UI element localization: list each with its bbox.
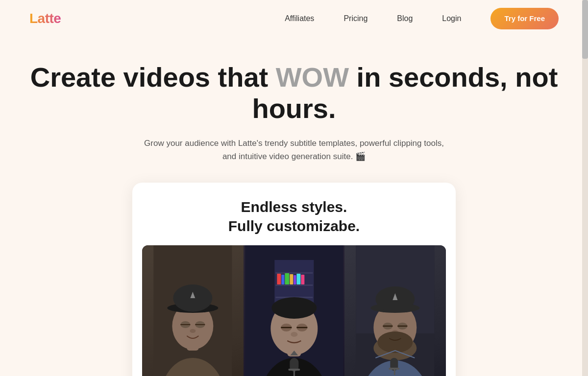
svg-rect-18 [275,284,313,286]
svg-point-59 [378,331,413,353]
scrollbar[interactable] [582,0,588,376]
video-card-title-line2: Fully customizabe. [147,216,441,235]
svg-rect-24 [294,275,296,284]
nav-links: Affiliates Pricing Blog Login Try for Fr… [285,8,559,29]
hero-title-part1: Create videos that [30,62,276,93]
video-card: Endless styles. Fully customizabe. [132,183,456,376]
svg-rect-23 [290,274,293,284]
hero-title-wow: WOW [276,62,349,93]
svg-point-35 [291,332,297,337]
svg-rect-20 [277,274,281,284]
logo[interactable]: Latte [29,11,61,26]
video-preview: PAIN ES [142,245,446,376]
video-card-title-line1: Endless styles. [147,197,441,216]
nav-link-login[interactable]: Login [442,14,461,23]
hero-title: Create videos that WOW in seconds, not h… [10,62,578,125]
svg-rect-26 [301,275,304,284]
video-card-header: Endless styles. Fully customizabe. [132,183,456,240]
person-left-svg: PAIN ES [142,245,244,376]
svg-point-30 [271,297,317,319]
person-center-svg: I THINK THEY'RE ORIENTATED TO [244,245,345,376]
svg-rect-21 [281,275,284,284]
svg-rect-61 [389,368,400,370]
try-free-button[interactable]: Try for Free [490,8,559,29]
nav-link-blog[interactable]: Blog [397,14,413,23]
video-panel-center: I THINK THEY'RE ORIENTATED TO [244,245,345,376]
svg-rect-25 [296,274,300,284]
navbar: Latte Affiliates Pricing Blog Login Try … [0,0,588,37]
svg-point-11 [190,329,196,333]
nav-link-affiliates[interactable]: Affiliates [285,14,314,23]
scrollbar-thumb[interactable] [582,0,588,59]
svg-rect-17 [275,272,313,274]
video-panels: PAIN ES [142,245,446,376]
hero-subtitle: Grow your audience with Latte's trendy s… [142,137,446,163]
video-panel-left: PAIN ES [142,245,244,376]
video-panel-right: and [344,245,446,376]
video-card-title: Endless styles. Fully customizabe. [147,197,441,235]
person-right-svg: and [344,245,446,376]
nav-link-pricing[interactable]: Pricing [343,14,368,23]
hero-section: Create videos that WOW in seconds, not h… [0,37,588,376]
svg-rect-22 [285,273,289,284]
svg-rect-37 [288,369,300,371]
